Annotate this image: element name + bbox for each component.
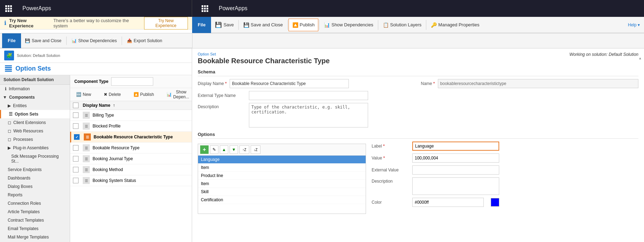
options-section-title: Options [198, 132, 638, 139]
help-button[interactable]: Help ▾ [628, 22, 644, 27]
file-button-left[interactable]: File [2, 33, 21, 48]
sidebar-item-components[interactable]: ▼ Components [0, 93, 70, 102]
option-sets-page-icon [4, 64, 13, 73]
sidebar-item-sdk-message[interactable]: Sdk Message Processing St... [0, 152, 70, 165]
show-dep-option-button[interactable]: 📊 Show Depen... [163, 90, 192, 99]
color-input[interactable] [412, 198, 484, 207]
sidebar-item-processes[interactable]: ◻ Processes [0, 135, 70, 144]
managed-props-button[interactable]: 🔑 Managed Properties [427, 19, 483, 31]
billing-type-checkbox[interactable] [73, 112, 79, 118]
show-dep-button-right[interactable]: 📊 Show Dependencies [320, 19, 377, 31]
left-show-dep-button[interactable]: 📊 Show Dependencies [68, 35, 120, 46]
booking-system-status-icon: ☰ [83, 177, 90, 184]
opt-item-language[interactable]: Language [198, 156, 366, 164]
bookable-resource-checkbox[interactable]: ✓ [74, 134, 80, 140]
external-value-label: External Value [372, 168, 407, 172]
option-row-blocked-profile[interactable]: ☰ Blocked Profile [70, 121, 192, 132]
sidebar-item-web-resources[interactable]: ◻ Web Resources [0, 127, 70, 135]
option-row-booking-system-status[interactable]: ☰ Booking System Status [70, 175, 192, 186]
booking-method-checkbox[interactable] [73, 167, 79, 172]
opt-item-item1[interactable]: Item [198, 164, 366, 172]
file-button-right[interactable]: File [192, 17, 211, 33]
sort-arrow-icon[interactable]: ↑ [113, 103, 115, 108]
component-type-input[interactable]: Option Set [111, 77, 153, 86]
save-icon: 💾 [215, 21, 222, 28]
option-list-panel: Component Type Option Set 🆕 New ✖ Delete [70, 75, 192, 242]
sort-az-btn[interactable]: ↑Z [239, 145, 249, 154]
left-save-close-button[interactable]: 💾 Save and Close [22, 35, 65, 46]
sidebar-item-entities[interactable]: ▶ Entities [0, 102, 70, 110]
label-input[interactable] [412, 142, 499, 151]
options-list-container: + ✎ ▲ ▼ ↑Z ↓Z Language Item Product line [198, 144, 366, 214]
entities-expand-icon: ▶ [8, 103, 11, 108]
add-option-btn[interactable]: + [200, 145, 209, 154]
display-name-input[interactable] [230, 79, 349, 88]
booking-method-icon: ☰ [83, 166, 90, 173]
option-row-billing-type[interactable]: ☰ Billing Type [70, 110, 192, 121]
svg-rect-10 [204, 5, 206, 7]
svg-rect-12 [202, 8, 203, 9]
option-sets-icon: ☰ [9, 112, 13, 117]
waffle-icon-left[interactable] [0, 5, 17, 12]
value-input[interactable] [412, 153, 499, 163]
sidebar-item-dialog-boxes[interactable]: Dialog Boxes [0, 182, 70, 191]
client-ext-icon: ◻ [8, 120, 11, 125]
sidebar-item-plugin-assemblies[interactable]: ▶ Plug-in Assemblies [0, 144, 70, 152]
sidebar-item-article-templates[interactable]: Article Templates [0, 208, 70, 216]
opt-item-item2[interactable]: Item [198, 180, 366, 188]
option-row-booking-method[interactable]: ☰ Booking Method [70, 164, 192, 175]
waffle-icon-right[interactable] [196, 5, 213, 12]
sidebar-item-information[interactable]: ℹ Information [0, 85, 70, 93]
description-textarea[interactable] [249, 103, 368, 127]
sidebar-item-mail-merge[interactable]: Mail Merge Templates [0, 233, 70, 241]
save-close-button[interactable]: 💾 Save and Close [239, 19, 287, 31]
external-value-input[interactable] [412, 165, 499, 175]
svg-rect-3 [5, 8, 7, 9]
bookable-resource-type-checkbox[interactable] [73, 145, 79, 151]
page-title-area: Option Sets [0, 63, 192, 75]
name-input[interactable] [438, 79, 638, 88]
option-row-bookable-resource-type[interactable]: ☰ Bookable Resource Type [70, 143, 192, 153]
svg-rect-16 [204, 10, 206, 12]
solution-layers-button[interactable]: 📋 Solution Layers [379, 19, 426, 31]
sidebar-item-service-endpoints[interactable]: Service Endpoints [0, 165, 70, 174]
select-all-checkbox[interactable] [73, 103, 79, 108]
publish-option-button[interactable]: 🔼 Publish [130, 90, 157, 99]
sidebar-item-reports[interactable]: Reports [0, 191, 70, 199]
publish-button-right[interactable]: 🔼 Publish [289, 19, 319, 31]
sort-za-btn[interactable]: ↓Z [251, 145, 260, 154]
move-up-btn[interactable]: ▲ [220, 145, 228, 154]
app-title-left: PowerApps [17, 5, 57, 12]
color-swatch[interactable] [491, 198, 499, 207]
left-export-icon: 📤 [127, 38, 132, 43]
option-row-booking-journal-type[interactable]: ☰ Booking Journal Type [70, 153, 192, 164]
blocked-profile-icon: ☰ [83, 123, 90, 130]
sidebar-item-connection-roles[interactable]: Connection Roles [0, 199, 70, 208]
delete-option-button[interactable]: ✖ Delete [101, 90, 124, 99]
external-type-input[interactable] [249, 91, 368, 100]
sidebar-item-dashboards[interactable]: Dashboards [0, 174, 70, 182]
opt-item-skill[interactable]: Skill [198, 188, 366, 196]
edit-option-btn[interactable]: ✎ [210, 145, 218, 154]
display-name-col-header: Display Name [83, 103, 110, 108]
booking-system-status-checkbox[interactable] [73, 178, 79, 183]
try-new-button[interactable]: Try New Experience [144, 17, 188, 30]
booking-journal-type-checkbox[interactable] [73, 156, 79, 162]
move-down-btn[interactable]: ▼ [230, 145, 238, 154]
sidebar-item-contract-templates[interactable]: Contract Templates [0, 216, 70, 224]
description2-textarea[interactable] [412, 177, 499, 195]
opt-item-product-line[interactable]: Product line [198, 172, 366, 180]
left-export-button[interactable]: 📤 Export Solution [124, 35, 165, 46]
option-row-bookable-resource[interactable]: ✓ ☰ Bookable Resource Characteristic Typ… [70, 132, 192, 143]
bookable-resource-icon: ☰ [84, 133, 91, 140]
new-option-button[interactable]: 🆕 New [73, 90, 94, 99]
sidebar-item-client-extensions[interactable]: ◻ Client Extensions [0, 118, 70, 127]
opt-item-certification[interactable]: Certification [198, 196, 366, 204]
external-type-label: External Type Name [198, 93, 243, 98]
sidebar-item-option-sets[interactable]: ☰ Option Sets [0, 110, 70, 118]
app-title-right: PowerApps [213, 5, 253, 12]
save-button[interactable]: 💾 Save [211, 19, 238, 31]
value-field-label: Value * [372, 156, 407, 161]
blocked-profile-checkbox[interactable] [73, 123, 79, 129]
sidebar-item-email-templates[interactable]: Email Templates [0, 224, 70, 233]
